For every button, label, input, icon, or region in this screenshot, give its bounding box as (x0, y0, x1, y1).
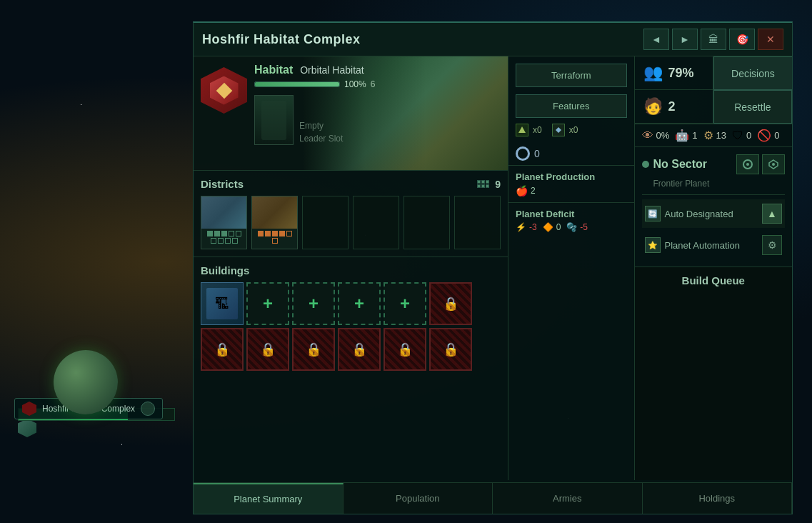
tab-armies[interactable]: Armies (493, 483, 643, 514)
energy-def-value: -3 (529, 222, 537, 232)
amenities-icon (516, 146, 530, 161)
mineral-def-value: 0 (556, 222, 561, 232)
tab-planet-summary-label: Planet Summary (234, 494, 302, 504)
hex-inner (210, 76, 239, 105)
food-prod-icon: 🍎 (516, 185, 528, 196)
svg-point-4 (772, 163, 775, 166)
building-add-slot-4[interactable]: + (384, 282, 426, 325)
tab-planet-summary[interactable]: Planet Summary (194, 483, 344, 514)
nav-colony-button[interactable]: 🏛 (701, 29, 726, 50)
district-empty-1 (302, 196, 349, 249)
district-empty-3 (404, 196, 450, 249)
sector-title: No Sector (653, 158, 708, 171)
crime-pair: 👁 0% (642, 129, 670, 142)
amenities-value: 0 (534, 148, 540, 159)
sector-btn-2[interactable] (762, 154, 785, 174)
building-add-slot-2[interactable]: + (292, 282, 335, 325)
left-panel: Habitat Orbital Habitat 100% 6 (194, 56, 508, 480)
pip-1 (207, 231, 213, 236)
nav-prev-button[interactable]: ◄ (643, 29, 669, 50)
district-image-industry (252, 196, 297, 229)
planet-type-row: Habitat Orbital Habitat (254, 64, 501, 76)
leader-avatar[interactable] (254, 95, 294, 145)
sector-btn-1[interactable] (736, 154, 759, 174)
svg-point-3 (746, 163, 749, 166)
icons-row: 👁 0% 🤖 1 ⚙ 13 🛡 0 🚫 0 (635, 124, 792, 147)
building-add-slot-3[interactable]: + (338, 282, 381, 325)
nav-buttons: ◄ ► 🏛 🎯 ✕ (643, 29, 783, 50)
consumer-def-icon: 🫧 (566, 222, 577, 232)
lock-overlay-7: 🔒 (431, 329, 471, 369)
sector-panel: No Sector Frontier Planet (635, 147, 792, 267)
approval-cell: 👥 79% (635, 56, 713, 90)
pop-count-value: 2 (668, 99, 676, 114)
lock-overlay-2: 🔒 (202, 329, 242, 369)
pip-o1 (258, 231, 264, 236)
close-button[interactable]: ✕ (758, 29, 783, 50)
building-icon-1: 🏗 (206, 288, 238, 319)
amenities-stat-value: 0 (774, 130, 779, 141)
building-locked-2: 🔒 (201, 328, 244, 371)
sector-subtitle: Frontier Planet (653, 179, 785, 189)
crime-value: 0% (656, 130, 670, 141)
building-add-slot-1[interactable]: + (246, 282, 289, 325)
add-icon-3: + (354, 294, 364, 314)
bottom-tabs: Planet Summary Population Armies Holding… (194, 482, 792, 514)
approval-icon: 👥 (643, 64, 663, 82)
district-item-city[interactable] (201, 196, 247, 249)
robot-icon: 🤖 (675, 129, 689, 142)
leader-row: Empty Leader Slot (254, 95, 501, 145)
tab-holdings[interactable]: Holdings (643, 483, 793, 514)
terraform-button[interactable]: Terraform (516, 64, 627, 87)
planet-header-content: Habitat Orbital Habitat 100% 6 (201, 64, 501, 163)
district-slots-indicator: 9 (477, 179, 501, 190)
nav-target-button[interactable]: 🎯 (729, 29, 755, 50)
progress-label: 100% (344, 79, 366, 89)
building-slot-1[interactable]: 🏗 (201, 282, 244, 325)
sector-header: No Sector (642, 154, 785, 174)
window-title: Hoshfir Habitat Complex (202, 32, 361, 47)
sector-divider (642, 194, 785, 195)
stability-icon: 🛡 (732, 129, 743, 142)
stability-pair: 🛡 0 (732, 129, 751, 142)
planet-type-icon (201, 67, 247, 114)
tab-population-label: Population (396, 493, 439, 504)
mineral-x0-label: x0 (569, 125, 578, 135)
nav-next-button[interactable]: ► (672, 29, 698, 50)
add-icon-2: + (309, 294, 319, 314)
food-prod-value: 2 (531, 186, 536, 196)
planet-small-icon (141, 402, 155, 416)
svg-marker-1 (556, 127, 561, 133)
decisions-button[interactable]: Decisions (713, 56, 792, 90)
worker-icon: ⚙ (703, 129, 713, 142)
resettle-button[interactable]: Resettle (713, 90, 792, 124)
planet-automation-gear-button[interactable]: ⚙ (762, 235, 782, 255)
lock-icon-2: 🔒 (214, 342, 230, 357)
tab-population[interactable]: Population (344, 483, 493, 514)
auto-designated-icon: 🔄 (645, 206, 661, 221)
districts-header: Districts (201, 178, 501, 190)
lock-icon-5: 🔒 (351, 342, 367, 357)
planet-automation-label: ⭐ Planet Automation (645, 237, 741, 253)
worker-value: 13 (716, 130, 726, 141)
building-locked-1: 🔒 (429, 282, 472, 325)
pip-3 (221, 231, 227, 236)
sector-buttons (736, 154, 785, 174)
planet-automation-text: Planet Automation (665, 240, 741, 251)
lock-overlay-6: 🔒 (385, 329, 425, 369)
mineral-def-icon: 🔶 (543, 222, 553, 232)
leader-line2: Leader Slot (299, 132, 343, 145)
pip-7 (218, 238, 224, 244)
content-area: Habitat Orbital Habitat 100% 6 (194, 56, 792, 480)
features-button[interactable]: Features (516, 94, 627, 118)
pip-o6 (272, 238, 278, 244)
building-locked-5: 🔒 (338, 328, 381, 371)
planet-progress-row: 100% 6 (254, 79, 501, 89)
robot-pair: 🤖 1 (675, 129, 697, 142)
auto-designated-up-button[interactable]: ▲ (762, 204, 782, 224)
lock-icon-6: 🔒 (397, 342, 413, 357)
district-item-industry[interactable] (251, 196, 298, 249)
planet-header: Habitat Orbital Habitat 100% 6 (194, 56, 508, 171)
building-locked-3: 🔒 (246, 328, 289, 371)
district-slot-count: 9 (495, 179, 501, 190)
